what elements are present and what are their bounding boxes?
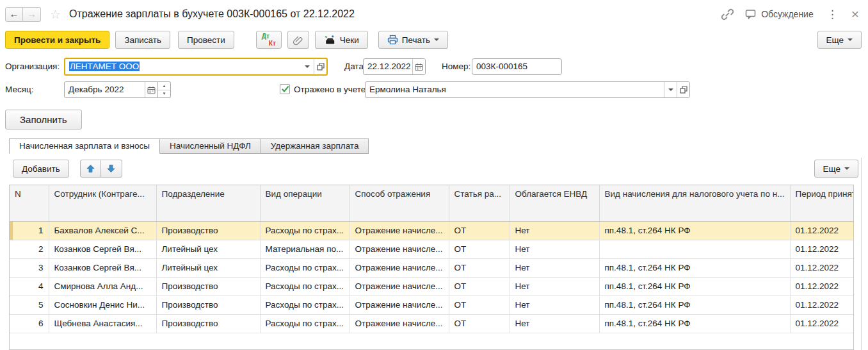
reflection-method-cell[interactable]: Отражение начисле... (350, 277, 449, 296)
expense-item-cell[interactable]: ОТ (449, 258, 510, 277)
tab-withheld-salary[interactable]: Удержанная зарплата (261, 138, 369, 154)
department-cell[interactable]: Производство (156, 277, 260, 296)
employee-cell[interactable]: Козанков Сергей Вя... (49, 240, 156, 258)
envd-cell[interactable]: Нет (510, 258, 599, 277)
tab-accrued-salary[interactable]: Начисленная зарплата и взносы (9, 138, 160, 154)
table-row[interactable]: 1 Бахвалов Алексей С... Производство Рас… (10, 221, 854, 240)
column-header[interactable]: Вид операции (260, 185, 350, 221)
employee-cell[interactable]: Смирнова Алла Анд... (49, 277, 156, 296)
employee-cell[interactable]: Щебнева Анастасия... (49, 314, 156, 333)
period-cell[interactable]: 01.12.2022 (790, 221, 854, 240)
reflected-label[interactable]: Отражено в учете: (294, 81, 368, 98)
accrual-type-cell[interactable]: пп.48.1, ст.264 НК РФ (599, 221, 790, 240)
forward-button[interactable]: → (23, 7, 41, 22)
back-button[interactable]: ← (5, 7, 23, 22)
envd-cell[interactable]: Нет (510, 240, 599, 258)
move-down-button[interactable] (101, 160, 122, 178)
month-spinner[interactable]: ▲ ▼ (158, 81, 171, 98)
employee-cell[interactable]: Сосновкин Денис Ни... (49, 296, 156, 314)
department-cell[interactable]: Производство (156, 221, 260, 240)
attachments-button[interactable] (287, 31, 309, 49)
department-cell[interactable]: Литейный цех (156, 258, 260, 277)
column-header[interactable]: Облагается ЕНВД (510, 185, 599, 221)
envd-cell[interactable]: Нет (510, 296, 599, 314)
reflected-input[interactable]: Ермолина Наталья (365, 81, 690, 98)
row-number-cell[interactable]: 4 (10, 277, 49, 296)
expense-item-cell[interactable]: ОТ (449, 221, 510, 240)
column-header[interactable]: Сотрудник (Контраге... (49, 185, 156, 221)
operation-type-cell[interactable]: Расходы по страх... (260, 314, 350, 333)
department-cell[interactable]: Производство (156, 296, 260, 314)
table-row[interactable]: 6 Щебнева Анастасия... Производство Расх… (10, 314, 854, 333)
reflection-method-cell[interactable]: Отражение начисле... (350, 258, 449, 277)
operation-type-cell[interactable]: Расходы по страх... (260, 258, 350, 277)
favorite-star-icon[interactable]: ☆ (50, 7, 61, 22)
print-button[interactable]: Печать (378, 31, 448, 49)
dtkt-button[interactable]: Дт Кт (256, 31, 282, 49)
move-up-button[interactable] (80, 160, 101, 178)
post-and-close-button[interactable]: Провести и закрыть (5, 31, 109, 49)
post-button[interactable]: Провести (178, 31, 234, 49)
table-row[interactable]: 4 Смирнова Алла Анд... Производство Расх… (10, 277, 854, 296)
reflected-dropdown-button[interactable] (664, 82, 677, 97)
envd-cell[interactable]: Нет (510, 314, 599, 333)
close-icon[interactable]: × (851, 8, 859, 20)
add-row-button[interactable]: Добавить (13, 160, 69, 178)
discussion-button[interactable]: Обсуждение (744, 8, 814, 20)
row-number-cell[interactable]: 2 (10, 240, 49, 258)
table-row[interactable]: 2 Козанков Сергей Вя... Литейный цех Мат… (10, 240, 854, 258)
department-cell[interactable]: Литейный цех (156, 240, 260, 258)
month-calendar-button[interactable] (145, 82, 157, 97)
expense-item-cell[interactable]: ОТ (449, 240, 510, 258)
save-button[interactable]: Записать (115, 31, 170, 49)
employee-cell[interactable]: Козанков Сергей Вя... (49, 258, 156, 277)
period-cell[interactable]: 01.12.2022 (790, 277, 854, 296)
more-menu-icon[interactable]: ⋮ (824, 8, 840, 21)
accrual-type-cell[interactable]: пп.48.1, ст.264 НК РФ (599, 258, 790, 277)
grid-more-button[interactable]: Еще (814, 160, 858, 178)
period-cell[interactable]: 01.12.2022 (790, 258, 854, 277)
period-cell[interactable]: 01.12.2022 (790, 314, 854, 333)
accrual-type-cell[interactable] (599, 240, 790, 258)
column-header[interactable]: Способ отражения (350, 185, 449, 221)
table-row[interactable]: 5 Сосновкин Денис Ни... Производство Рас… (10, 296, 854, 314)
tab-accrued-ndfl[interactable]: Начисленный НДФЛ (160, 138, 261, 154)
column-header[interactable]: Подразделение (156, 185, 260, 221)
organization-open-button[interactable] (314, 59, 326, 74)
accrual-type-cell[interactable]: пп.48.1, ст.264 НК РФ (599, 296, 790, 314)
reflection-method-cell[interactable]: Отражение начисле... (350, 296, 449, 314)
department-cell[interactable]: Производство (156, 314, 260, 333)
column-header[interactable]: Статья ра... (449, 185, 510, 221)
column-header[interactable]: Вид начисления для налогового учета по н… (599, 185, 790, 221)
spinner-up-icon[interactable]: ▲ (158, 82, 170, 90)
reflected-checkbox[interactable] (280, 84, 290, 94)
number-input[interactable]: 003К-000165 (472, 58, 562, 75)
envd-cell[interactable]: Нет (510, 277, 599, 296)
column-header[interactable]: Период принят (790, 185, 854, 221)
reflection-method-cell[interactable]: Отражение начисле... (350, 221, 449, 240)
organization-input[interactable]: ЛЕНТАМЕТ ООО (64, 58, 328, 76)
operation-type-cell[interactable]: Расходы по страх... (260, 221, 350, 240)
period-cell[interactable]: 01.12.2022 (790, 296, 854, 314)
operation-type-cell[interactable]: Расходы по страх... (260, 296, 350, 314)
accrual-type-cell[interactable]: пп.48.1, ст.264 НК РФ (599, 277, 790, 296)
expense-item-cell[interactable]: ОТ (449, 314, 510, 333)
spinner-down-icon[interactable]: ▼ (158, 90, 170, 98)
reflected-open-button[interactable] (677, 82, 689, 97)
accrual-type-cell[interactable]: пп.48.1, ст.264 НК РФ (599, 314, 790, 333)
date-input[interactable]: 22.12.2022 (363, 58, 426, 75)
reflection-method-cell[interactable]: Отражение начисле... (350, 240, 449, 258)
operation-type-cell[interactable]: Материальная по... (260, 240, 350, 258)
expense-item-cell[interactable]: ОТ (449, 277, 510, 296)
checks-button[interactable]: Чеки (315, 31, 368, 49)
row-number-cell[interactable]: 1 (10, 221, 49, 240)
date-calendar-button[interactable] (412, 59, 425, 74)
employee-cell[interactable]: Бахвалов Алексей С... (49, 221, 156, 240)
organization-dropdown-button[interactable] (301, 59, 314, 74)
fill-button[interactable]: Заполнить (5, 110, 82, 129)
expense-item-cell[interactable]: ОТ (449, 296, 510, 314)
operation-type-cell[interactable]: Расходы по страх... (260, 277, 350, 296)
month-input[interactable]: Декабрь 2022 (64, 81, 158, 98)
toolbar-more-button[interactable]: Еще (817, 31, 862, 49)
row-number-cell[interactable]: 3 (10, 258, 49, 277)
